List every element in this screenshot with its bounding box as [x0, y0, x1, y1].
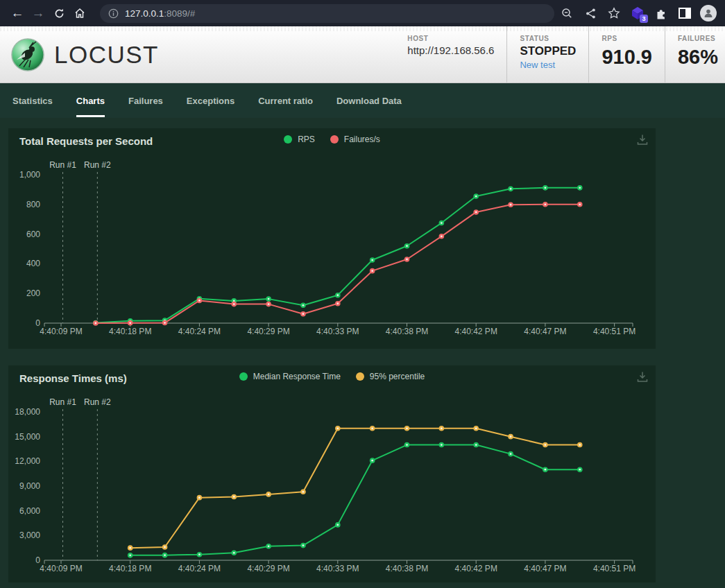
- legend-item-failures[interactable]: Failures/s: [330, 135, 380, 144]
- download-chart-button[interactable]: [636, 371, 649, 386]
- legend-dot-median: [239, 372, 248, 381]
- legend-label-failures: Failures/s: [344, 135, 380, 144]
- svg-text:4:40:24 PM: 4:40:24 PM: [178, 564, 221, 573]
- svg-text:15,000: 15,000: [15, 432, 40, 442]
- svg-text:4:40:09 PM: 4:40:09 PM: [40, 327, 82, 336]
- tab-statistics[interactable]: Statistics: [12, 85, 53, 117]
- svg-text:4:40:33 PM: 4:40:33 PM: [316, 564, 359, 573]
- svg-text:4:40:42 PM: 4:40:42 PM: [455, 327, 497, 336]
- svg-text:4:40:24 PM: 4:40:24 PM: [178, 327, 221, 336]
- svg-text:4:40:38 PM: 4:40:38 PM: [386, 327, 428, 336]
- legend-dot-failures: [330, 135, 339, 144]
- url-path: :8089/#: [164, 8, 195, 19]
- svg-text:4:40:42 PM: 4:40:42 PM: [455, 564, 497, 573]
- brand: LOCUST: [0, 26, 159, 83]
- chart-legend: Median Response Time 95% percentile: [8, 372, 656, 381]
- stat-failures: FAILURES 86%: [665, 26, 725, 83]
- stat-rps-value: 910.9: [602, 46, 652, 69]
- stat-status: STATUS STOPPED New test: [506, 26, 588, 83]
- svg-text:4:40:38 PM: 4:40:38 PM: [386, 564, 428, 573]
- url-host: 127.0.0.1: [125, 8, 164, 19]
- site-info-icon[interactable]: [108, 8, 119, 19]
- chart-card-response-times: 03,0006,0009,00012,00015,00018,0004:40:0…: [8, 365, 656, 582]
- svg-text:4:40:18 PM: 4:40:18 PM: [109, 327, 151, 336]
- tab-bar: Statistics Charts Failures Exceptions Cu…: [0, 83, 725, 118]
- legend-dot-95th: [356, 372, 364, 381]
- home-icon: [74, 7, 86, 19]
- stat-status-value: STOPPED: [520, 44, 576, 58]
- svg-text:4:40:51 PM: 4:40:51 PM: [593, 564, 636, 573]
- download-icon: [636, 371, 649, 383]
- browser-toolbar: ← → 127.0.0.1:8089/#: [0, 0, 725, 26]
- stat-host: HOST http://192.168.56.6: [395, 26, 506, 83]
- tab-failures[interactable]: Failures: [128, 85, 163, 117]
- svg-text:4:40:33 PM: 4:40:33 PM: [316, 327, 359, 336]
- stat-status-label: STATUS: [520, 35, 576, 42]
- zoom-icon[interactable]: [557, 3, 577, 23]
- charts-page: 02004006008001,0004:40:09 PM4:40:18 PM4:…: [0, 118, 725, 588]
- rps-chart-canvas[interactable]: 02004006008001,0004:40:09 PM4:40:18 PM4:…: [8, 128, 656, 349]
- svg-text:12,000: 12,000: [15, 456, 40, 466]
- download-icon: [636, 134, 649, 146]
- legend-label-median: Median Response Time: [253, 372, 341, 381]
- stat-rps-label: RPS: [602, 35, 652, 42]
- reload-icon: [53, 8, 65, 19]
- chart-legend: RPS Failures/s: [8, 135, 656, 144]
- profile-avatar[interactable]: [699, 3, 718, 23]
- extensions-puzzle-icon[interactable]: [651, 3, 671, 23]
- legend-label-rps: RPS: [298, 135, 315, 144]
- svg-text:4:40:18 PM: 4:40:18 PM: [109, 564, 151, 573]
- stat-rps: RPS 910.9: [588, 26, 665, 83]
- tab-current-ratio[interactable]: Current ratio: [258, 85, 313, 117]
- home-button[interactable]: [69, 3, 90, 24]
- share-icon[interactable]: [581, 3, 600, 23]
- stat-host-value: http://192.168.56.6: [407, 44, 494, 56]
- svg-text:3,000: 3,000: [19, 530, 40, 540]
- stat-failures-label: FAILURES: [678, 35, 718, 42]
- legend-item-median[interactable]: Median Response Time: [239, 372, 341, 381]
- svg-text:9,000: 9,000: [19, 481, 40, 491]
- sidebar-panel-icon[interactable]: [675, 3, 694, 23]
- person-icon: [703, 8, 714, 19]
- download-chart-button[interactable]: [636, 134, 649, 148]
- tab-download-data[interactable]: Download Data: [336, 85, 402, 117]
- legend-item-95th[interactable]: 95% percentile: [356, 372, 425, 381]
- app-header: LOCUST HOST http://192.168.56.6 STATUS S…: [0, 26, 725, 83]
- extension-badge: 3: [640, 15, 648, 23]
- svg-text:4:40:09 PM: 4:40:09 PM: [40, 564, 82, 573]
- svg-text:800: 800: [26, 200, 40, 209]
- svg-text:Run #2: Run #2: [84, 397, 111, 407]
- legend-dot-rps: [284, 135, 292, 144]
- svg-text:Run #1: Run #1: [49, 160, 76, 170]
- tab-exceptions[interactable]: Exceptions: [187, 85, 234, 117]
- chart-card-rps: 02004006008001,0004:40:09 PM4:40:18 PM4:…: [8, 128, 656, 349]
- tab-charts[interactable]: Charts: [76, 85, 105, 117]
- svg-text:4:40:51 PM: 4:40:51 PM: [593, 327, 636, 336]
- svg-text:Run #2: Run #2: [84, 160, 111, 170]
- svg-text:400: 400: [26, 259, 40, 268]
- stat-failures-value: 86%: [678, 46, 718, 69]
- extension-book-icon[interactable]: 3: [628, 3, 647, 23]
- new-test-link[interactable]: New test: [520, 60, 576, 70]
- svg-text:4:40:29 PM: 4:40:29 PM: [247, 327, 289, 336]
- stat-host-label: HOST: [407, 35, 494, 42]
- svg-text:600: 600: [26, 230, 40, 239]
- header-stats: HOST http://192.168.56.6 STATUS STOPPED …: [395, 26, 725, 83]
- forward-button[interactable]: →: [28, 3, 49, 24]
- svg-text:4:40:47 PM: 4:40:47 PM: [524, 564, 566, 573]
- svg-text:Run #1: Run #1: [49, 397, 76, 407]
- svg-text:1,000: 1,000: [19, 170, 40, 180]
- legend-item-rps[interactable]: RPS: [284, 135, 315, 144]
- svg-text:4:40:47 PM: 4:40:47 PM: [524, 327, 566, 336]
- svg-text:6,000: 6,000: [19, 506, 40, 516]
- address-bar[interactable]: 127.0.0.1:8089/#: [100, 4, 554, 23]
- svg-text:200: 200: [26, 288, 40, 298]
- legend-label-95th: 95% percentile: [370, 372, 425, 381]
- brand-wordmark: LOCUST: [54, 41, 159, 69]
- bookmark-star-icon[interactable]: [604, 3, 624, 23]
- reload-button[interactable]: [49, 3, 69, 24]
- response-times-chart-canvas[interactable]: 03,0006,0009,00012,00015,00018,0004:40:0…: [8, 365, 656, 582]
- back-button[interactable]: ←: [7, 3, 28, 24]
- svg-text:18,000: 18,000: [15, 407, 40, 417]
- svg-text:4:40:29 PM: 4:40:29 PM: [247, 564, 289, 573]
